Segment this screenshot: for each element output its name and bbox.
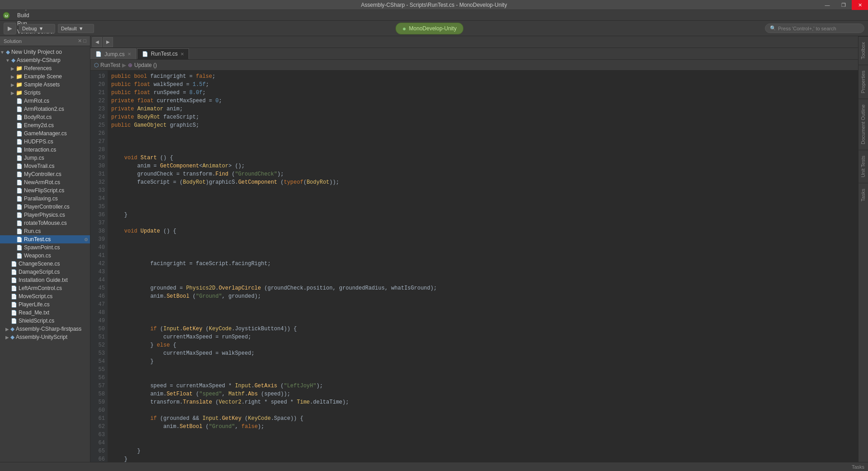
sidebar-close-icon[interactable]: ✕ □: [78, 38, 86, 44]
right-tab-properties[interactable]: Properties: [859, 65, 868, 99]
tree-item-MyController-cs[interactable]: 📄 MyController.cs: [0, 170, 90, 178]
cs-file-icon: 📄: [16, 220, 23, 226]
tree-item-Weapon-cs[interactable]: 📄 Weapon.cs: [0, 252, 90, 260]
tree-item-PlayerController-cs[interactable]: 📄 PlayerController.cs: [0, 203, 90, 211]
code-line: [111, 431, 854, 439]
tree-item-Example-Scene[interactable]: ▶ 📁 Example Scene: [0, 72, 90, 81]
breadcrumb-class[interactable]: RunTest: [100, 62, 120, 68]
tree-item-GameManager-cs[interactable]: 📄 GameManager.cs: [0, 129, 90, 138]
tree-item-RunTest-cs[interactable]: 📄 RunTest.cs ⚙: [0, 235, 90, 243]
tree-item-ArmRot-cs[interactable]: 📄 ArmRot.cs: [0, 97, 90, 105]
cs-file-icon: 📄: [16, 253, 23, 259]
cs-file-icon: 📄: [16, 204, 23, 210]
project-icon: ◆: [6, 49, 10, 55]
tree-item-Installation-Guide-txt[interactable]: 📄 Installation Guide.txt: [0, 276, 90, 284]
code-line: private float currentMaxSpeed = 0;: [111, 97, 854, 105]
tree-item-NewArmRot-cs[interactable]: 📄 NewArmRot.cs: [0, 178, 90, 186]
line-number: 29: [90, 154, 105, 162]
tree-label: Scripts: [24, 90, 41, 96]
tree-item-NewFlipScript-cs[interactable]: 📄 NewFlipScript.cs: [0, 186, 90, 195]
tree-item-rotateToMouse-cs[interactable]: 📄 rotateToMouse.cs: [0, 219, 90, 227]
tree-label: PlayerController.cs: [24, 204, 70, 210]
expand-icon: ▶: [5, 335, 9, 340]
code-line: }: [111, 447, 854, 455]
content-area: ◀ ▶ 📄 Jump.cs ✕📄 RunTest.cs ✕ ⬡ RunTest …: [90, 36, 858, 471]
debug-dropdown[interactable]: Debug ▼: [19, 24, 55, 33]
code-line: [111, 203, 854, 211]
cs-file-icon: 📄: [16, 147, 23, 153]
tree-item-Scripts[interactable]: ▶ 📁 Scripts: [0, 89, 90, 97]
nav-forward[interactable]: ▶: [103, 37, 113, 47]
tree-item-MoveScript-cs[interactable]: 📄 MoveScript.cs: [0, 292, 90, 300]
tree-item-ShieldScript-cs[interactable]: 📄 ShieldScript.cs: [0, 317, 90, 325]
tab-Jump-cs[interactable]: 📄 Jump.cs ✕: [90, 48, 136, 59]
gear-icon[interactable]: ⚙: [84, 237, 88, 242]
tree-item-HUDFPS-cs[interactable]: 📄 HUDFPS.cs: [0, 138, 90, 146]
txt-file-icon: 📄: [11, 277, 17, 283]
right-tab-unit-tests[interactable]: Unit Tests: [859, 150, 868, 183]
nav-bar: ◀ ▶: [90, 36, 858, 48]
tree-label: Installation Guide.txt: [19, 277, 68, 283]
global-search[interactable]: 🔍 Press 'Control+,' to search: [765, 24, 864, 33]
expand-icon: ▶: [5, 327, 9, 332]
breadcrumb-method[interactable]: Update (): [134, 62, 157, 68]
tree-item-ArmRotation2-cs[interactable]: 📄 ArmRotation2.cs: [0, 105, 90, 113]
config-dropdown[interactable]: Default ▼: [58, 24, 94, 33]
tree-item-PlayerPhysics-cs[interactable]: 📄 PlayerPhysics.cs: [0, 211, 90, 219]
cs-file-icon: 📄: [16, 228, 23, 234]
tree-item-Sample-Assets[interactable]: ▶ 📁 Sample Assets: [0, 81, 90, 89]
tab-close[interactable]: ✕: [127, 52, 131, 57]
tab-close[interactable]: ✕: [180, 52, 184, 57]
cs-file-icon: 📄: [11, 302, 17, 308]
tree-label: SpawnPoint.cs: [24, 244, 60, 251]
code-content[interactable]: public bool facingright = false;public f…: [108, 71, 858, 471]
minimize-button[interactable]: —: [819, 0, 835, 10]
tree-item-Assembly-CSharp-firstpass[interactable]: ▶ ◆ Assembly-CSharp-firstpass: [0, 325, 90, 333]
code-line: [111, 268, 854, 276]
tree-item-Enemy2d-cs[interactable]: 📄 Enemy2d.cs: [0, 121, 90, 129]
tree-item-Assembly-UnityScript[interactable]: ▶ ◆ Assembly-UnityScript: [0, 333, 90, 341]
maximize-button[interactable]: ❐: [835, 0, 852, 10]
tree-item-New-Unity-Project-oo[interactable]: ▼ ◆ New Unity Project oo: [0, 48, 90, 56]
cs-file-icon: 📄: [16, 245, 23, 251]
svg-text:M: M: [5, 14, 8, 18]
line-number: 23: [90, 105, 105, 113]
line-number: 47: [90, 300, 105, 309]
tree-label: MyController.cs: [24, 171, 61, 177]
main-layout: Solution ✕ □ ▼ ◆ New Unity Project oo▼ ◆…: [0, 36, 868, 471]
tree-item-References[interactable]: ▶ 📁 References: [0, 64, 90, 72]
cs-file-icon: 📄: [11, 269, 17, 275]
close-button[interactable]: ✕: [852, 0, 868, 10]
tree-item-Read-Me-txt[interactable]: 📄 Read_Me.txt: [0, 309, 90, 317]
tree-item-Interaction-cs[interactable]: 📄 Interaction.cs: [0, 146, 90, 154]
tree-item-MoveTrail-cs[interactable]: 📄 MoveTrail.cs: [0, 162, 90, 170]
code-line: anim.SetBool ("Ground", false);: [111, 423, 854, 431]
tree-item-ChangeScene-cs[interactable]: 📄 ChangeScene.cs: [0, 260, 90, 268]
tree-label: ShieldScript.cs: [19, 318, 54, 324]
tree-item-Jump-cs[interactable]: 📄 Jump.cs: [0, 154, 90, 162]
tree-item-DamageScript-cs[interactable]: 📄 DamageScript.cs: [0, 268, 90, 276]
tree-item-SpawnPoint-cs[interactable]: 📄 SpawnPoint.cs: [0, 243, 90, 252]
tree-item-LeftArmControl-cs[interactable]: 📄 LeftArmControl.cs: [0, 284, 90, 292]
tree-item-Parallaxing-cs[interactable]: 📄 Parallaxing.cs: [0, 195, 90, 203]
right-tab-document-outline[interactable]: Document Outline: [859, 99, 868, 150]
tree-label: BodyRot.cs: [24, 114, 52, 120]
tree-item-BodyRot-cs[interactable]: 📄 BodyRot.cs: [0, 113, 90, 121]
code-area: 1920212223242526272829303132333435363738…: [90, 71, 858, 471]
tasks-label[interactable]: Tasks: [852, 464, 864, 470]
tab-label: Jump.cs: [104, 51, 125, 57]
nav-back[interactable]: ◀: [92, 37, 102, 47]
menu-item-build[interactable]: Build: [14, 11, 58, 19]
tree-label: MoveTrail.cs: [24, 163, 55, 169]
right-tab-tasks[interactable]: Tasks: [859, 183, 868, 207]
line-number: 65: [90, 447, 105, 455]
right-tab-toolbox[interactable]: Toolbox: [859, 36, 868, 65]
play-button[interactable]: ▶: [4, 23, 16, 34]
tree-label: Sample Assets: [24, 81, 60, 88]
tab-RunTest-cs[interactable]: 📄 RunTest.cs ✕: [137, 48, 189, 59]
line-number: 32: [90, 178, 105, 186]
tree-item-PlayerLife-cs[interactable]: 📄 PlayerLife.cs: [0, 300, 90, 309]
tree-label: Assembly-UnityScript: [16, 334, 67, 340]
tree-item-Run-cs[interactable]: 📄 Run.cs: [0, 227, 90, 235]
tree-item-Assembly-CSharp[interactable]: ▼ ◆ Assembly-CSharp: [0, 56, 90, 64]
